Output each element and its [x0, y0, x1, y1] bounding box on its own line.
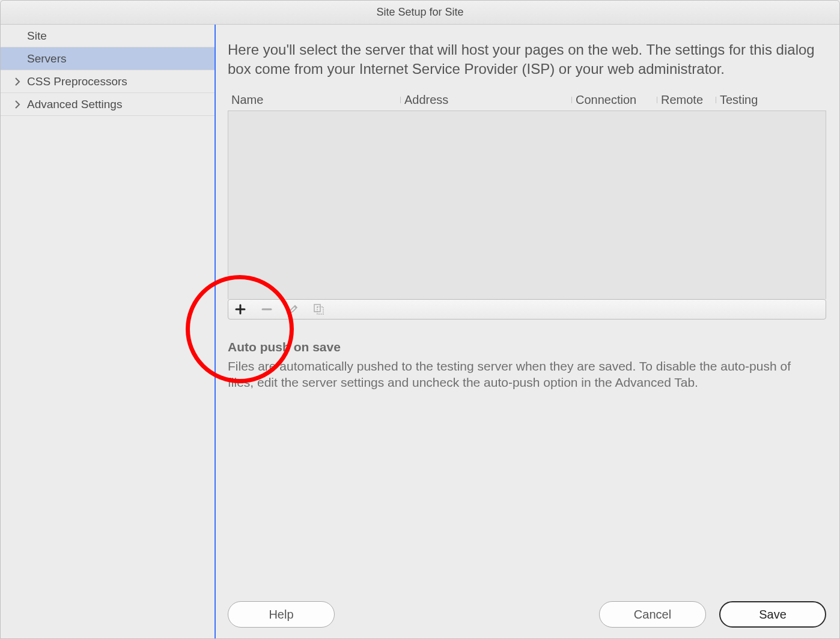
minus-icon [261, 304, 272, 315]
sidebar-item-label: Advanced Settings [27, 98, 215, 111]
pencil-icon [288, 304, 299, 315]
button-label: Save [759, 608, 787, 622]
column-header-address[interactable]: Address [401, 93, 572, 107]
column-header-name[interactable]: Name [228, 93, 401, 107]
plus-icon [235, 304, 246, 315]
servers-toolbar [228, 299, 826, 320]
column-header-connection[interactable]: Connection [572, 93, 657, 107]
window-titlebar: Site Setup for Site [1, 1, 839, 25]
sidebar-item-label: Site [27, 29, 215, 43]
auto-push-description: Files are automatically pushed to the te… [228, 358, 793, 391]
sidebar-item-servers[interactable]: Servers [1, 47, 215, 70]
column-header-testing[interactable]: Testing [716, 93, 770, 107]
sidebar-item-label: Servers [27, 52, 215, 65]
table-header-row: Name Address Connection Remote Testing [228, 90, 826, 111]
window-title: Site Setup for Site [376, 6, 463, 19]
servers-table: Name Address Connection Remote Testing [228, 90, 826, 320]
sidebar-item-advanced-settings[interactable]: Advanced Settings [1, 93, 215, 116]
sidebar-item-site[interactable]: Site [1, 25, 215, 47]
servers-panel: Here you'll select the server that will … [216, 25, 839, 638]
footer-right-group: Cancel Save [599, 601, 826, 628]
panel-description: Here you'll select the server that will … [228, 40, 826, 79]
add-server-button[interactable] [232, 301, 249, 318]
dialog-footer: Help Cancel Save [228, 589, 826, 628]
chevron-right-icon [8, 100, 27, 109]
help-button[interactable]: Help [228, 601, 335, 628]
duplicate-server-button[interactable] [311, 301, 328, 318]
sidebar-item-css-preprocessors[interactable]: CSS Preprocessors [1, 70, 215, 93]
button-label: Help [269, 608, 293, 622]
chevron-right-icon [8, 77, 27, 86]
site-setup-dialog: Site Setup for Site Site Servers CSS Pre… [0, 0, 840, 639]
duplicate-icon [314, 304, 326, 315]
column-header-remote[interactable]: Remote [657, 93, 716, 107]
cancel-button[interactable]: Cancel [599, 601, 706, 628]
save-button[interactable]: Save [719, 601, 826, 628]
category-sidebar: Site Servers CSS Preprocessors Advanced … [1, 25, 216, 638]
button-label: Cancel [634, 608, 671, 622]
dialog-body: Site Servers CSS Preprocessors Advanced … [1, 25, 839, 638]
edit-server-button[interactable] [285, 301, 302, 318]
remove-server-button[interactable] [258, 301, 275, 318]
sidebar-item-label: CSS Preprocessors [27, 75, 215, 88]
servers-table-body[interactable] [228, 111, 826, 299]
auto-push-heading: Auto push on save [228, 340, 826, 354]
